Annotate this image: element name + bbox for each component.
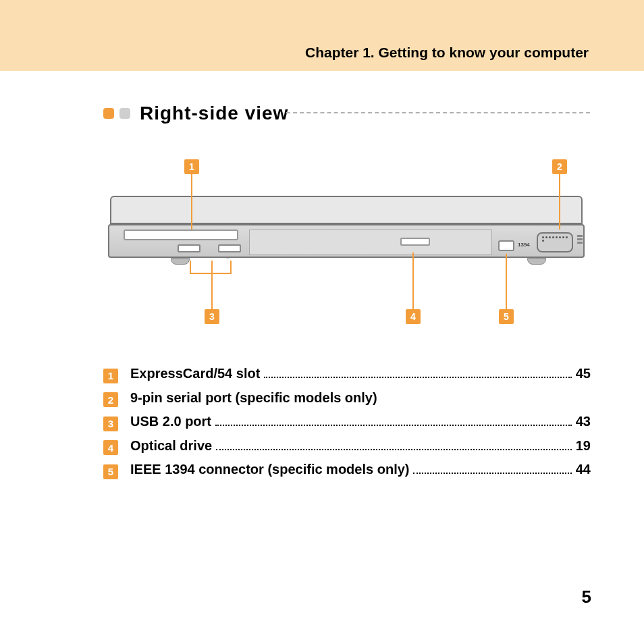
legend-label: ExpressCard/54 slot — [130, 366, 260, 381]
usb-glyph-icon: ⎓ — [226, 255, 230, 261]
callout-leader — [190, 261, 191, 273]
callout-leader — [412, 252, 414, 309]
chassis-lid — [110, 196, 583, 224]
callout-badge-1: 1 — [184, 159, 199, 174]
legend-dot-leader — [215, 414, 572, 426]
legend-number-badge: 1 — [103, 369, 118, 383]
heading-dashed-rule — [286, 112, 590, 113]
callout-badge-4: 4 — [406, 309, 421, 324]
legend-list: 1 ExpressCard/54 slot 45 2 9-pin serial … — [103, 366, 591, 486]
legend-row: 3 USB 2.0 port 43 — [103, 414, 591, 430]
legend-dot-leader — [264, 366, 571, 378]
callout-badge-5: 5 — [499, 309, 514, 324]
callout-leader — [190, 273, 232, 274]
legend-page: 43 — [576, 414, 591, 429]
callout-badge-2: 2 — [552, 159, 567, 174]
page-number: 5 — [582, 587, 591, 608]
legend-number-badge: 3 — [103, 417, 118, 431]
legend-dot-leader — [216, 438, 572, 450]
usb-port-icon — [178, 244, 200, 252]
laptop-side-illustration: ⎓ ⎓ 1394 — [110, 196, 583, 270]
serial-pins-icon — [542, 236, 568, 242]
callout-leader — [211, 261, 213, 309]
section-heading: Right-side view — [103, 103, 288, 124]
legend-label: IEEE 1394 connector (specific models onl… — [130, 462, 409, 477]
expresscard-slot-icon — [124, 230, 238, 240]
section-title: Right-side view — [136, 103, 288, 124]
callout-leader — [559, 174, 560, 230]
optical-eject-button-icon — [400, 238, 430, 246]
callout-badge-3: 3 — [205, 309, 219, 324]
chapter-title: Chapter 1. Getting to know your computer — [305, 45, 589, 61]
vent-icon — [577, 235, 583, 248]
usb-port-icon — [218, 244, 241, 252]
callout-leader — [191, 174, 192, 230]
legend-number-badge: 2 — [103, 392, 118, 407]
legend-label: USB 2.0 port — [130, 414, 211, 429]
chassis-foot — [527, 258, 546, 265]
callout-leader — [230, 261, 232, 273]
ieee1394-label: 1394 — [518, 242, 530, 248]
legend-page: 45 — [576, 366, 591, 381]
legend-page: 19 — [576, 438, 591, 454]
legend-number-badge: 4 — [103, 440, 118, 455]
legend-row: 5 IEEE 1394 connector (specific models o… — [103, 462, 591, 478]
legend-row: 4 Optical drive 19 — [103, 438, 591, 454]
ieee1394-port-icon — [498, 240, 514, 251]
legend-number-badge: 5 — [103, 464, 118, 479]
legend-dot-leader — [413, 462, 571, 474]
optical-drive-panel — [249, 230, 492, 255]
serial-port-icon — [537, 232, 573, 252]
callout-leader — [506, 254, 507, 309]
legend-row: 2 9-pin serial port (specific models onl… — [103, 390, 591, 406]
bullet-grey-icon — [119, 108, 130, 119]
chassis-foot — [171, 258, 190, 265]
legend-label: Optical drive — [130, 438, 212, 454]
legend-page: 44 — [576, 462, 591, 477]
bullet-orange-icon — [103, 108, 114, 119]
legend-label: 9-pin serial port (specific models only) — [130, 390, 377, 406]
legend-row: 1 ExpressCard/54 slot 45 — [103, 366, 591, 382]
right-side-diagram: ⎓ ⎓ 1394 1 2 3 4 5 — [103, 159, 591, 328]
